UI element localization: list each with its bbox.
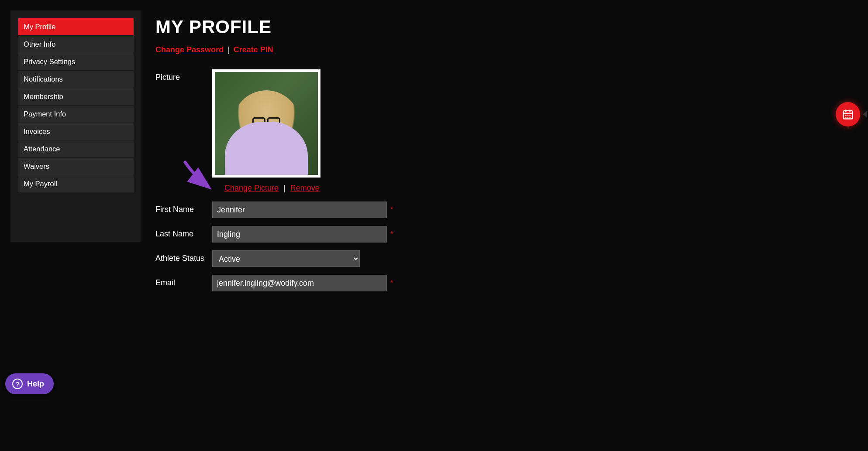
header-links: Change Password | Create PIN [155,45,868,55]
first-name-input[interactable] [212,202,387,218]
profile-picture [212,69,320,178]
svg-point-9 [850,117,851,118]
page-title: MY PROFILE [155,17,868,38]
sidebar-item-privacy-settings[interactable]: Privacy Settings [18,53,134,71]
email-row: Email * [155,275,868,291]
calendar-button[interactable] [836,102,860,126]
sidebar: My Profile Other Info Privacy Settings N… [10,10,141,242]
picture-row: Picture Change Picture | Remove [155,69,868,193]
app-root: My Profile Other Info Privacy Settings N… [0,0,868,451]
sidebar-item-my-profile[interactable]: My Profile [18,18,134,36]
svg-point-4 [845,115,846,116]
last-name-label: Last Name [155,226,212,239]
last-name-input[interactable] [212,226,387,243]
required-mark: * [390,206,393,214]
calendar-collapse-arrow-icon [863,111,867,118]
email-input[interactable] [212,275,387,291]
athlete-status-label: Athlete Status [155,250,212,263]
svg-point-8 [847,117,848,118]
help-label: Help [27,379,44,389]
create-pin-link[interactable]: Create PIN [234,45,273,54]
change-password-link[interactable]: Change Password [155,45,224,54]
main-content: MY PROFILE Change Password | Create PIN … [141,10,868,451]
athlete-status-row: Athlete Status Active [155,250,868,267]
email-label: Email [155,275,212,287]
required-mark: * [390,230,393,238]
sidebar-item-payment-info[interactable]: Payment Info [18,106,134,123]
svg-point-5 [847,115,848,116]
change-picture-link[interactable]: Change Picture [224,184,279,192]
sidebar-item-membership[interactable]: Membership [18,88,134,106]
picture-actions: Change Picture | Remove [212,184,320,193]
sidebar-item-other-info[interactable]: Other Info [18,36,134,53]
last-name-row: Last Name * [155,226,868,243]
sidebar-item-my-payroll[interactable]: My Payroll [18,175,134,193]
svg-point-7 [845,117,846,118]
picture-label: Picture [155,69,212,82]
help-button[interactable]: ? Help [5,373,54,394]
sidebar-item-invoices[interactable]: Invoices [18,123,134,140]
help-icon: ? [12,379,23,389]
sidebar-item-attendance[interactable]: Attendance [18,140,134,158]
first-name-row: First Name * [155,202,868,218]
separator: | [283,184,286,192]
sidebar-item-waivers[interactable]: Waivers [18,158,134,175]
required-mark: * [390,279,393,287]
calendar-icon [842,108,854,120]
remove-picture-link[interactable]: Remove [290,184,320,192]
athlete-status-select[interactable]: Active [212,250,360,267]
svg-point-6 [850,115,851,116]
sidebar-item-notifications[interactable]: Notifications [18,71,134,88]
separator: | [227,45,230,54]
first-name-label: First Name [155,202,212,214]
glasses-icon [252,117,280,125]
